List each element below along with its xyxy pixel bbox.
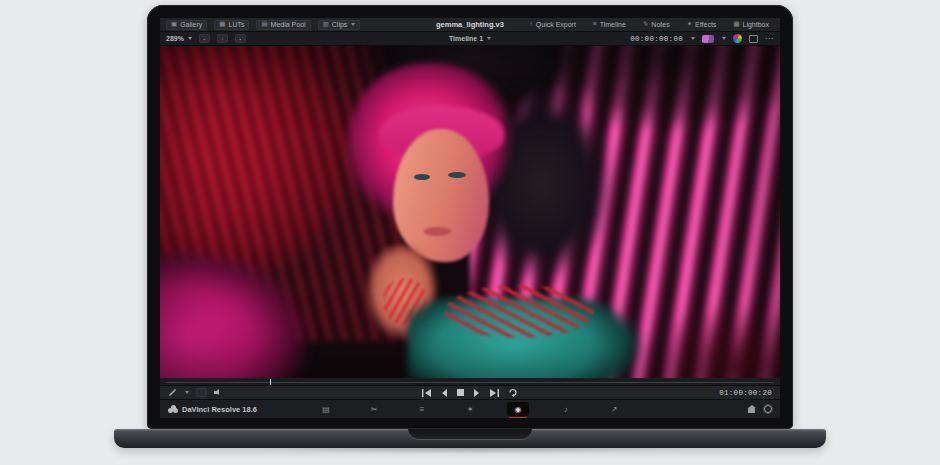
- luts-button[interactable]: ▦ LUTs: [214, 20, 249, 30]
- top-toolbar-right: ↑ Quick Export ≡ Timeline ✎ Notes ✶ Effe…: [525, 20, 774, 30]
- chevron-down-icon: [722, 37, 726, 40]
- top-toolbar: ▣ Gallery ▦ LUTs ▤ Media Pool ▥ Clips: [160, 18, 780, 32]
- viewer-option-3-glyph: ▪: [240, 36, 242, 42]
- timeline-scrubber[interactable]: [160, 378, 780, 386]
- timeline-label: Timeline: [600, 21, 626, 28]
- viewer-toolbar-left: 289% ▪ ▫ ▪: [166, 34, 246, 43]
- page-media[interactable]: ▤: [315, 402, 337, 416]
- step-back-button[interactable]: [441, 389, 448, 397]
- stop-button[interactable]: [457, 389, 464, 396]
- timeline-icon: ≡: [593, 21, 597, 28]
- quick-export-button[interactable]: ↑ Quick Export: [525, 20, 581, 30]
- playhead-timecode: 01:00:00:20: [719, 389, 772, 397]
- laptop-shadow: [160, 448, 780, 456]
- page-navigation-bar: DaVinci Resolve 18.6 ▤ ✂ ≡ ✶ ◉ ♪ ↗: [160, 400, 780, 418]
- notes-icon: ✎: [643, 21, 648, 28]
- effects-icon: ✶: [687, 21, 692, 28]
- audio-mute-icon[interactable]: [214, 389, 223, 397]
- app-version-label: DaVinci Resolve 18.6: [182, 405, 257, 414]
- media-page-icon: ▤: [322, 405, 330, 414]
- more-options-button[interactable]: ⋯: [765, 34, 774, 43]
- effects-button[interactable]: ✶ Effects: [682, 20, 722, 30]
- cut-page-icon: ✂: [371, 405, 378, 414]
- timeline-button[interactable]: ≡ Timeline: [588, 20, 631, 30]
- page-fusion[interactable]: ✶: [459, 402, 481, 416]
- notes-button[interactable]: ✎ Notes: [638, 20, 675, 30]
- gallery-icon: ▣: [171, 21, 177, 28]
- viewer-option-2-glyph: ▫: [222, 36, 224, 42]
- page-bar-right-tools: [748, 405, 772, 413]
- fairlight-page-icon: ♪: [564, 405, 568, 414]
- zoom-level-dropdown[interactable]: 289%: [166, 35, 192, 42]
- page-color[interactable]: ◉: [507, 402, 529, 416]
- davinci-resolve-window: ▣ Gallery ▦ LUTs ▤ Media Pool ▥ Clips: [160, 18, 780, 418]
- play-button[interactable]: [473, 389, 480, 397]
- viewer-toolbar: 289% ▪ ▫ ▪ Timeline 1 00:00:00:00: [160, 32, 780, 46]
- page-cut[interactable]: ✂: [363, 402, 385, 416]
- edit-page-icon: ≡: [420, 405, 425, 414]
- viewer-option-3-button[interactable]: ▪: [235, 34, 246, 43]
- color-viewer-icon[interactable]: [733, 34, 742, 43]
- photo-vignette: [160, 46, 780, 378]
- gallery-button[interactable]: ▣ Gallery: [166, 20, 207, 30]
- media-pool-button[interactable]: ▤ Media Pool: [256, 20, 310, 30]
- marketing-scene: ▣ Gallery ▦ LUTs ▤ Media Pool ▥ Clips: [0, 0, 940, 465]
- clips-label: Clips: [332, 21, 348, 28]
- last-frame-button[interactable]: [489, 389, 499, 397]
- chevron-down-icon: [188, 37, 192, 40]
- app-branding: DaVinci Resolve 18.6: [168, 405, 257, 414]
- chevron-down-icon: [691, 37, 695, 40]
- page-fairlight[interactable]: ♪: [555, 402, 577, 416]
- wipe-mode-icon[interactable]: [702, 35, 714, 43]
- timeline-name: Timeline 1: [449, 35, 483, 42]
- project-settings-gear-icon[interactable]: [764, 405, 772, 413]
- media-pool-label: Media Pool: [271, 21, 306, 28]
- project-title: gemma_lighting.v3: [436, 20, 504, 29]
- media-pool-icon: ▤: [261, 21, 267, 28]
- lightbox-icon: ▦: [733, 21, 739, 28]
- macbook-lid-notch: [408, 429, 532, 440]
- lightbox-button[interactable]: ▦ Lightbox: [728, 20, 774, 30]
- timeline-selector[interactable]: Timeline 1: [449, 35, 491, 42]
- effects-label: Effects: [695, 21, 716, 28]
- playhead-marker[interactable]: [270, 379, 272, 385]
- viewer-option-1-glyph: ▪: [204, 36, 206, 42]
- unmix-button[interactable]: [196, 388, 207, 397]
- grab-still-tool-button[interactable]: [168, 388, 177, 397]
- clips-icon: ▥: [323, 21, 329, 28]
- project-manager-home-icon[interactable]: [748, 406, 756, 413]
- zoom-level-value: 289%: [166, 35, 184, 42]
- quick-export-label: Quick Export: [536, 21, 576, 28]
- gallery-label: Gallery: [180, 21, 202, 28]
- davinci-resolve-logo: [168, 405, 178, 414]
- color-page-viewer: [160, 46, 780, 378]
- chevron-down-icon: [351, 23, 355, 26]
- color-page-icon: ◉: [515, 405, 522, 414]
- first-frame-button[interactable]: [422, 389, 432, 397]
- expand-viewer-icon[interactable]: [749, 35, 758, 43]
- viewer-toolbar-right: 00:00:00:00 ⋯: [630, 34, 774, 43]
- transport-controls: [422, 388, 518, 397]
- page-deliver[interactable]: ↗: [603, 402, 625, 416]
- deliver-page-icon: ↗: [611, 405, 618, 414]
- macbook-screen: ▣ Gallery ▦ LUTs ▤ Media Pool ▥ Clips: [147, 5, 793, 429]
- page-tabs: ▤ ✂ ≡ ✶ ◉ ♪ ↗: [315, 400, 625, 418]
- fusion-page-icon: ✶: [467, 405, 474, 414]
- macbook-base: [114, 429, 826, 448]
- loop-playback-button[interactable]: [508, 388, 518, 397]
- lightbox-label: Lightbox: [743, 21, 769, 28]
- notes-label: Notes: [651, 21, 669, 28]
- viewer-option-2-button[interactable]: ▫: [217, 34, 228, 43]
- top-toolbar-left: ▣ Gallery ▦ LUTs ▤ Media Pool ▥ Clips: [166, 20, 360, 30]
- viewer-option-1-button[interactable]: ▪: [199, 34, 210, 43]
- viewer-timecode: 00:00:00:00: [630, 35, 683, 43]
- chevron-down-icon: [487, 37, 491, 40]
- clips-button[interactable]: ▥ Clips: [318, 20, 361, 30]
- scrubber-track[interactable]: [166, 382, 774, 383]
- page-edit[interactable]: ≡: [411, 402, 433, 416]
- chevron-down-icon: [185, 391, 189, 394]
- transport-bar: 01:00:00:20: [160, 386, 780, 400]
- luts-icon: ▦: [219, 21, 225, 28]
- luts-label: LUTs: [229, 21, 245, 28]
- transport-left-tools: [168, 388, 223, 397]
